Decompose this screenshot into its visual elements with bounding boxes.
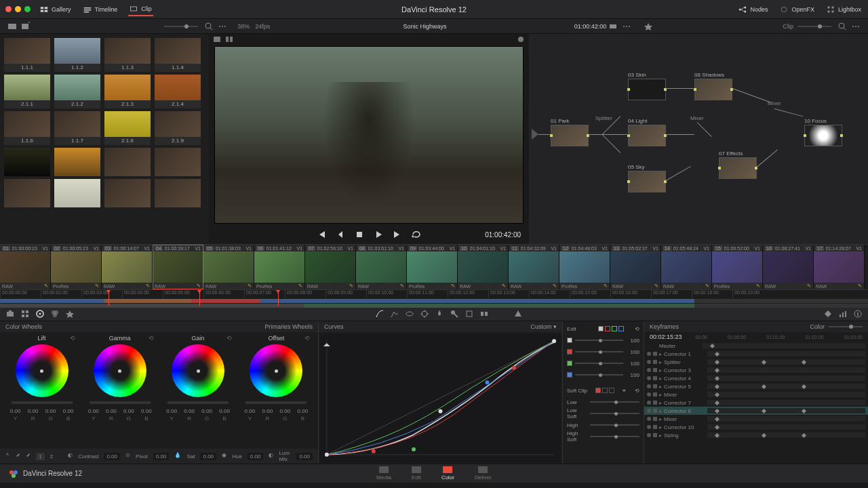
timeline-clip[interactable]: 1601:08:27:41V1 RAW✎ <box>763 245 814 289</box>
kf-enable-icon[interactable] <box>647 401 651 405</box>
kf-track[interactable] <box>707 400 865 405</box>
kf-expand-icon[interactable]: ▸ <box>659 424 662 430</box>
playhead[interactable] <box>108 290 109 306</box>
loop-icon[interactable] <box>411 229 422 240</box>
search-icon[interactable] <box>204 22 214 31</box>
kf-track[interactable] <box>707 424 865 430</box>
timeline-clip[interactable]: 0801:03:01:10V1 RAW✎ <box>356 245 407 289</box>
node-skin[interactable]: 03 Skin <box>628 72 666 100</box>
keyframe-mode-icon[interactable] <box>823 309 833 319</box>
hue-value[interactable]: 0.00 <box>248 453 264 460</box>
page-edit[interactable]: Edit <box>412 466 421 481</box>
stills-icon[interactable] <box>7 22 17 31</box>
viewer-image[interactable] <box>214 46 524 224</box>
window-icon[interactable] <box>405 309 414 319</box>
gallery-thumb[interactable] <box>4 148 50 176</box>
blur-icon[interactable] <box>435 309 444 319</box>
image-wipe-icon[interactable] <box>213 35 221 43</box>
step-back-icon[interactable] <box>335 229 346 240</box>
kf-expand-icon[interactable]: ▸ <box>659 384 662 390</box>
zoom-level[interactable]: 38% <box>237 23 250 30</box>
gallery-thumb[interactable]: 1.1.7 <box>54 111 100 145</box>
keyframe-row[interactable]: ▸Splitter <box>644 358 868 366</box>
qualifier-icon[interactable] <box>390 309 399 319</box>
gallery-thumb[interactable] <box>155 148 201 176</box>
curves-mode[interactable]: Custom <box>530 323 551 330</box>
auto-balance-icon[interactable]: A <box>5 452 10 460</box>
timeline-clip[interactable]: 0101:00:00:23V1 RAW✎ <box>0 245 51 289</box>
gallery-thumb[interactable]: 2.1.3 <box>104 75 151 108</box>
edit-b-toggle[interactable] <box>618 326 624 331</box>
gallery-thumb[interactable] <box>104 148 151 176</box>
timeline-clip[interactable]: 1501:06:52:00V1 ProRes✎ <box>712 245 763 289</box>
gallery-thumb[interactable]: 1.1.3 <box>104 38 151 72</box>
softclip-b-toggle[interactable] <box>609 388 614 393</box>
play-icon[interactable] <box>373 229 384 240</box>
marker[interactable] <box>199 290 200 306</box>
kf-track[interactable] <box>707 416 865 422</box>
kf-enable-icon[interactable] <box>647 425 651 429</box>
kf-lock-icon[interactable] <box>653 433 657 437</box>
minimize-window-icon[interactable] <box>15 6 21 12</box>
gallery-thumb[interactable] <box>155 179 201 207</box>
kf-lock-icon[interactable] <box>653 392 657 396</box>
tracker-icon[interactable] <box>420 309 429 319</box>
tab-openfx[interactable]: OpenFX <box>778 3 816 16</box>
keyframe-row[interactable]: ▸Mixer <box>644 390 868 399</box>
timeline-clip[interactable]: 1001:04:01:10V1 RAW✎ <box>458 245 509 289</box>
color-match-icon[interactable] <box>20 309 30 319</box>
offset-wheel[interactable]: Offset⟲ 0.000.000.000.00 YRGB <box>237 332 315 449</box>
clip-mode-label[interactable]: Clip <box>783 23 794 30</box>
timeline-clip[interactable]: 0301:00:14:07V1 RAW✎ <box>102 245 153 289</box>
kf-expand-icon[interactable]: ▸ <box>659 416 662 422</box>
kf-track[interactable] <box>707 408 865 413</box>
tab-clip[interactable]: Clip <box>128 3 153 16</box>
low-slider[interactable] <box>590 401 639 403</box>
gallery-thumb[interactable]: 2.1.4 <box>155 75 201 108</box>
kf-enable-icon[interactable] <box>647 417 651 421</box>
lift-wheel[interactable]: Lift⟲ 0.000.000.000.00 YRGB <box>3 332 81 449</box>
timeline-clip[interactable]: 0601:01:41:12V1 ProRes✎ <box>254 245 305 289</box>
kf-enable-icon[interactable] <box>647 384 651 388</box>
keyframe-row[interactable]: ▸Corrector 5 <box>644 382 868 390</box>
highsoft-slider[interactable] <box>590 436 639 437</box>
timeline-clip[interactable]: 1101:04:32:09V1 RAW✎ <box>509 245 559 289</box>
kf-expand-icon[interactable]: ▸ <box>659 392 662 398</box>
node-park[interactable]: 01 Park <box>551 118 589 146</box>
keyframe-row[interactable]: ▸Mixer <box>644 415 868 423</box>
contrast-value[interactable]: 0.00 <box>104 453 120 460</box>
stereo-icon[interactable] <box>479 309 489 319</box>
reset-icon[interactable]: ⟲ <box>304 335 310 342</box>
sat-value[interactable]: 0.00 <box>200 453 216 460</box>
timeline-clip[interactable]: 0901:03:44:00V1 ProRes✎ <box>407 245 458 289</box>
curves-editor[interactable] <box>320 333 561 462</box>
kf-track[interactable] <box>707 384 865 389</box>
keyframe-row[interactable]: ▸Corrector 3 <box>644 366 868 374</box>
gallery-thumb[interactable]: 1.1.1 <box>4 38 50 72</box>
high-slider[interactable] <box>590 424 639 426</box>
color-wheels-icon[interactable] <box>35 309 45 319</box>
motion-effects-icon[interactable] <box>65 309 75 319</box>
kf-expand-icon[interactable]: ▸ <box>659 351 662 357</box>
split-icon[interactable] <box>225 35 233 43</box>
node-graph[interactable]: 01 Park Splitter 03 Skin 04 Light 05 Sky… <box>529 34 868 244</box>
node-light[interactable]: 04 Light <box>628 118 666 146</box>
kf-enable-icon[interactable] <box>647 376 651 380</box>
kf-lock-icon[interactable] <box>653 409 657 413</box>
go-start-icon[interactable] <box>316 229 327 240</box>
camera-raw-icon[interactable] <box>5 309 15 319</box>
kf-color-label[interactable]: Color <box>810 323 825 330</box>
node-effects[interactable]: 07 Effects <box>719 150 757 179</box>
pivot-value[interactable]: 0.00 <box>153 453 170 460</box>
kf-expand-icon[interactable]: ▸ <box>659 375 662 382</box>
kf-expand-icon[interactable]: ▸ <box>659 400 662 406</box>
edit-r-toggle[interactable] <box>605 326 610 331</box>
timeline-clip[interactable]: 1701:14:28:07V1 RAW✎ <box>814 245 865 289</box>
node-thumb-slider[interactable] <box>797 26 831 27</box>
kf-lock-icon[interactable] <box>653 401 657 405</box>
kf-lock-icon[interactable] <box>653 352 657 356</box>
thumbnail-timeline[interactable]: 0101:00:00:23V1 RAW✎0201:00:05:23V1 ProR… <box>0 244 868 290</box>
page-color[interactable]: Color <box>441 466 454 481</box>
unmix-icon[interactable] <box>517 35 525 43</box>
key-icon[interactable] <box>450 309 459 319</box>
